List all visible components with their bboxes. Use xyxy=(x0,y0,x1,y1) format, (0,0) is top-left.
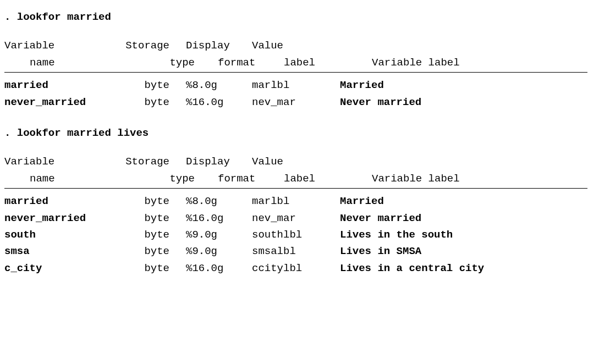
header-display: Display xyxy=(186,37,252,54)
cell-vallbl: nev_mar xyxy=(252,210,340,227)
cell-format: %16.0g xyxy=(186,210,252,227)
command-line: . lookfor married lives xyxy=(4,125,587,141)
cell-vallbl: southlbl xyxy=(252,227,340,243)
header-variable: Variable xyxy=(4,37,109,54)
cell-varlbl: Never married xyxy=(340,210,587,227)
table-header-row: name type format label Variable label xyxy=(4,54,587,73)
header-type-sub: type xyxy=(134,54,211,71)
cell-varlbl: Married xyxy=(340,77,587,93)
cell-varname: never_married xyxy=(4,210,109,227)
table-header-row: Variable Storage Display Value xyxy=(4,37,587,54)
header-label-sub: label xyxy=(284,170,372,187)
header-value: Value xyxy=(252,153,340,170)
header-variable: Variable xyxy=(4,153,109,170)
cell-type: byte xyxy=(109,227,186,243)
header-varlbl-sub: Variable label xyxy=(372,54,587,71)
header-varlbl xyxy=(340,37,587,54)
table-row: never_married byte %16.0g nev_mar Never … xyxy=(4,210,587,227)
header-type-sub: type xyxy=(134,170,211,187)
header-storage: Storage xyxy=(109,37,186,54)
cell-format: %9.0g xyxy=(186,243,252,260)
table-row: married byte %8.0g marlbl Married xyxy=(4,77,587,93)
output-section-1: . lookfor married Variable Storage Displ… xyxy=(4,9,587,111)
cell-type: byte xyxy=(109,193,186,209)
cell-vallbl: smsalbl xyxy=(252,243,340,260)
table-row: never_married byte %16.0g nev_mar Never … xyxy=(4,94,587,111)
cell-varlbl: Never married xyxy=(340,94,587,111)
cell-vallbl: nev_mar xyxy=(252,94,340,111)
cell-varlbl: Married xyxy=(340,193,587,209)
table-row: married byte %8.0g marlbl Married xyxy=(4,193,587,209)
output-section-2: . lookfor married lives Variable Storage… xyxy=(4,125,587,277)
cell-vallbl: marlbl xyxy=(252,77,340,93)
cell-vallbl: marlbl xyxy=(252,193,340,209)
table-row: smsa byte %9.0g smsalbl Lives in SMSA xyxy=(4,243,587,260)
cell-varname: smsa xyxy=(4,243,109,260)
table-row: c_city byte %16.0g ccitylbl Lives in a c… xyxy=(4,260,587,277)
table-row: south byte %9.0g southlbl Lives in the s… xyxy=(4,227,587,243)
command-line: . lookfor married xyxy=(4,9,587,25)
cell-varname: south xyxy=(4,227,109,243)
cell-type: byte xyxy=(109,243,186,260)
cell-type: byte xyxy=(109,210,186,227)
table-header-row: name type format label Variable label xyxy=(4,170,587,189)
header-name-sub: name xyxy=(4,170,134,187)
header-name-sub: name xyxy=(4,54,134,71)
cell-format: %9.0g xyxy=(186,227,252,243)
cell-varlbl: Lives in SMSA xyxy=(340,243,587,260)
cell-varname: married xyxy=(4,193,109,209)
cell-vallbl: ccitylbl xyxy=(252,260,340,277)
header-display: Display xyxy=(186,153,252,170)
header-varlbl xyxy=(340,153,587,170)
header-format-sub: format xyxy=(211,54,284,71)
cell-format: %8.0g xyxy=(186,77,252,93)
cell-format: %8.0g xyxy=(186,193,252,209)
cell-varname: married xyxy=(4,77,109,93)
cell-type: byte xyxy=(109,260,186,277)
cell-varlbl: Lives in the south xyxy=(340,227,587,243)
header-label-sub: label xyxy=(284,54,372,71)
table-header-row: Variable Storage Display Value xyxy=(4,153,587,170)
cell-type: byte xyxy=(109,77,186,93)
cell-type: byte xyxy=(109,94,186,111)
cell-varname: never_married xyxy=(4,94,109,111)
header-value: Value xyxy=(252,37,340,54)
cell-format: %16.0g xyxy=(186,94,252,111)
header-format-sub: format xyxy=(211,170,284,187)
cell-format: %16.0g xyxy=(186,260,252,277)
header-varlbl-sub: Variable label xyxy=(372,170,587,187)
header-storage: Storage xyxy=(109,153,186,170)
cell-varlbl: Lives in a central city xyxy=(340,260,587,277)
cell-varname: c_city xyxy=(4,260,109,277)
